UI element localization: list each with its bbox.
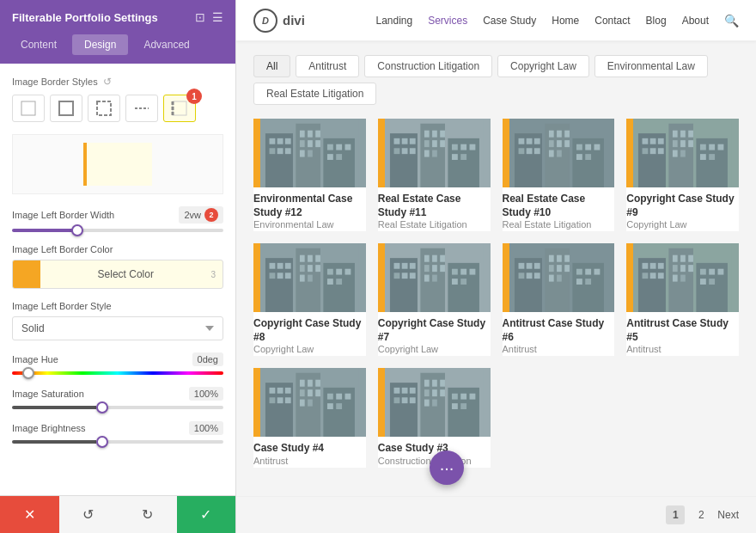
color-label: Select Color [40, 268, 210, 280]
svg-rect-113 [300, 275, 305, 282]
portfolio-title: Antitrust Case Study #5 [626, 317, 739, 344]
svg-rect-141 [469, 269, 475, 275]
tab-advanced[interactable]: Advanced [131, 34, 201, 55]
svg-rect-90 [673, 150, 678, 157]
image-accent [253, 243, 260, 312]
panel-bottom: ✕ ↺ ↻ ✓ [0, 495, 235, 533]
building-svg [253, 368, 366, 437]
border-style-left[interactable]: 1 [163, 95, 196, 122]
portfolio-item[interactable]: Antitrust Case Study #5 Antitrust [626, 243, 739, 356]
filter-construction[interactable]: Construction Litigation [364, 55, 492, 77]
svg-rect-135 [440, 265, 445, 272]
nav-contact[interactable]: Contact [594, 15, 630, 27]
svg-rect-0 [21, 101, 35, 115]
page-1[interactable]: 1 [666, 505, 685, 524]
hue-track[interactable] [12, 371, 223, 375]
portfolio-title: Real Estate Case Study #11 [378, 193, 491, 219]
filter-antitrust[interactable]: Antitrust [296, 55, 359, 77]
svg-rect-20 [315, 140, 320, 147]
page-2[interactable]: 2 [692, 505, 710, 524]
resize-icon[interactable]: ⊡ [195, 10, 205, 24]
cancel-button[interactable]: ✕ [0, 496, 59, 533]
svg-rect-81 [650, 148, 656, 154]
filter-copyright[interactable]: Copyright Law [497, 55, 589, 77]
panel-content: Image Border Styles ↺ 1 [0, 64, 235, 495]
border-style-dashed-outer[interactable] [88, 95, 120, 122]
tab-content[interactable]: Content [9, 34, 69, 55]
svg-rect-153 [548, 255, 553, 262]
menu-icon[interactable]: ☰ [212, 10, 223, 24]
portfolio-item[interactable]: Antitrust Case Study #6 Antitrust [503, 243, 615, 356]
svg-rect-51 [460, 154, 466, 160]
portfolio-item[interactable]: Case Study #4 Antitrust [253, 368, 366, 468]
portfolio-item[interactable]: Copyright Case Study #7 Copyright Law [378, 243, 491, 356]
svg-rect-164 [594, 269, 600, 275]
search-icon[interactable]: 🔍 [724, 14, 739, 28]
border-style-none[interactable] [12, 95, 45, 122]
svg-rect-39 [432, 131, 437, 138]
svg-rect-235 [460, 404, 466, 410]
nav-landing[interactable]: Landing [375, 15, 412, 27]
portfolio-item[interactable]: Copyright Case Study #9 Copyright Law [626, 119, 739, 231]
portfolio-item[interactable]: Copyright Case Study #8 Copyright Law [253, 243, 366, 356]
image-accent [378, 243, 385, 312]
save-button[interactable]: ✓ [177, 496, 236, 533]
badge-3: 3 [210, 270, 223, 279]
fab-button[interactable]: ··· [430, 450, 464, 485]
border-color-picker[interactable]: Select Color 3 [12, 260, 223, 289]
border-width-thumb[interactable] [71, 224, 83, 236]
svg-rect-151 [533, 273, 540, 279]
svg-rect-107 [300, 255, 305, 262]
border-preview [12, 134, 223, 194]
svg-rect-126 [393, 273, 399, 279]
svg-rect-158 [564, 265, 570, 272]
svg-rect-11 [270, 148, 276, 154]
portfolio-category: Environmental Law [253, 219, 366, 230]
filter-real-estate[interactable]: Real Estate Litigation [253, 83, 376, 105]
border-width-track[interactable] [12, 229, 223, 232]
hue-thumb[interactable] [22, 367, 34, 379]
svg-rect-33 [410, 138, 416, 144]
border-style-solid[interactable] [50, 95, 82, 122]
svg-rect-212 [336, 404, 342, 410]
border-style-select[interactable]: Solid Dashed Dotted [12, 316, 223, 340]
svg-rect-49 [469, 144, 475, 150]
filter-environmental[interactable]: Environmental Law [594, 55, 708, 77]
nav-home[interactable]: Home [552, 15, 579, 27]
filter-all[interactable]: All [253, 55, 290, 77]
brightness-track[interactable] [12, 440, 223, 444]
portfolio-item[interactable]: Real Estate Case Study #10 Real Estate L… [503, 119, 615, 231]
saturation-value: 100% [189, 387, 223, 401]
svg-rect-148 [533, 263, 540, 269]
border-style-dashed-inner[interactable] [125, 95, 158, 122]
svg-rect-80 [643, 148, 649, 154]
svg-rect-48 [460, 144, 466, 150]
svg-rect-140 [460, 269, 466, 275]
reset-icon[interactable]: ↺ [103, 76, 112, 88]
svg-rect-201 [315, 380, 320, 387]
hue-row: Image Hue 0deg [12, 352, 223, 375]
page-next[interactable]: Next [717, 509, 739, 521]
saturation-thumb[interactable] [96, 401, 108, 414]
redo-button[interactable]: ↻ [118, 496, 177, 533]
svg-rect-123 [393, 263, 399, 269]
logo-circle: D [253, 9, 277, 33]
nav-about[interactable]: About [682, 15, 709, 27]
border-styles-label: Image Border Styles ↺ [12, 76, 223, 88]
nav-blog[interactable]: Blog [646, 15, 667, 27]
svg-rect-116 [327, 269, 333, 275]
portfolio-item[interactable]: Case Study #3 Construction Litigation [378, 368, 491, 468]
reset-button[interactable]: ↺ [59, 496, 119, 533]
svg-rect-182 [673, 275, 678, 282]
nav-case-study[interactable]: Case Study [483, 15, 536, 27]
portfolio-item[interactable]: Environmental Case Study #12 Environment… [253, 119, 366, 231]
nav-services[interactable]: Services [428, 15, 467, 27]
tab-design[interactable]: Design [72, 34, 128, 55]
portfolio-image [626, 119, 739, 187]
svg-rect-103 [270, 273, 276, 279]
brightness-thumb[interactable] [96, 436, 108, 448]
portfolio-item[interactable]: Real Estate Case Study #11 Real Estate L… [378, 119, 491, 231]
portfolio-info: Real Estate Case Study #11 Real Estate L… [378, 187, 491, 231]
svg-rect-17 [315, 131, 320, 138]
saturation-track[interactable] [12, 406, 223, 409]
